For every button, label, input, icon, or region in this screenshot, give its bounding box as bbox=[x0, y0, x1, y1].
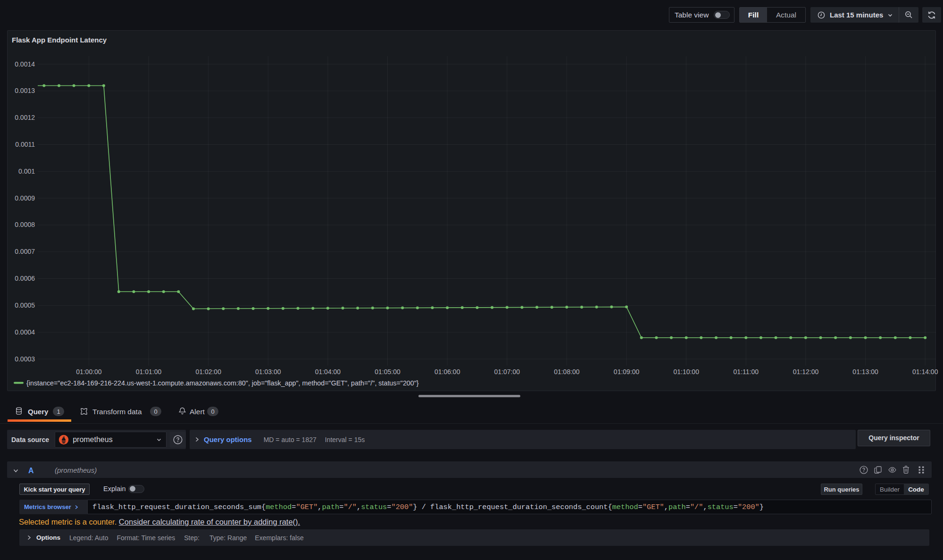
svg-text:01:06:00: 01:06:00 bbox=[434, 368, 460, 376]
svg-text:01:00:00: 01:00:00 bbox=[76, 368, 102, 376]
svg-text:0.0012: 0.0012 bbox=[15, 114, 35, 121]
svg-text:0.0008: 0.0008 bbox=[15, 221, 35, 228]
svg-text:0.0004: 0.0004 bbox=[15, 328, 35, 336]
svg-text:01:08:00: 01:08:00 bbox=[554, 368, 580, 376]
svg-text:01:11:00: 01:11:00 bbox=[734, 368, 759, 376]
svg-text:01:04:00: 01:04:00 bbox=[315, 368, 341, 376]
svg-text:01:13:00: 01:13:00 bbox=[852, 368, 878, 376]
svg-text:0.0013: 0.0013 bbox=[15, 87, 35, 94]
svg-text:0.0005: 0.0005 bbox=[15, 301, 35, 309]
svg-text:01:03:00: 01:03:00 bbox=[255, 368, 281, 376]
svg-text:01:12:00: 01:12:00 bbox=[793, 368, 819, 376]
svg-text:0.0011: 0.0011 bbox=[15, 141, 35, 148]
svg-text:0.001: 0.001 bbox=[18, 167, 35, 175]
svg-text:01:02:00: 01:02:00 bbox=[195, 368, 221, 376]
svg-text:01:09:00: 01:09:00 bbox=[614, 368, 640, 376]
svg-text:01:14:00: 01:14:00 bbox=[912, 368, 938, 376]
svg-text:01:01:00: 01:01:00 bbox=[136, 368, 162, 376]
svg-text:0.0003: 0.0003 bbox=[15, 355, 35, 363]
svg-text:{instance="ec2-184-169-216-224: {instance="ec2-184-169-216-224.us-west-1… bbox=[26, 379, 419, 387]
svg-text:0.0007: 0.0007 bbox=[15, 248, 35, 255]
svg-text:0.0014: 0.0014 bbox=[15, 60, 35, 68]
svg-text:01:10:00: 01:10:00 bbox=[673, 368, 699, 376]
svg-text:0.0006: 0.0006 bbox=[15, 275, 35, 282]
svg-text:01:07:00: 01:07:00 bbox=[494, 368, 520, 376]
svg-text:01:05:00: 01:05:00 bbox=[375, 368, 401, 376]
svg-text:0.0009: 0.0009 bbox=[15, 194, 35, 202]
